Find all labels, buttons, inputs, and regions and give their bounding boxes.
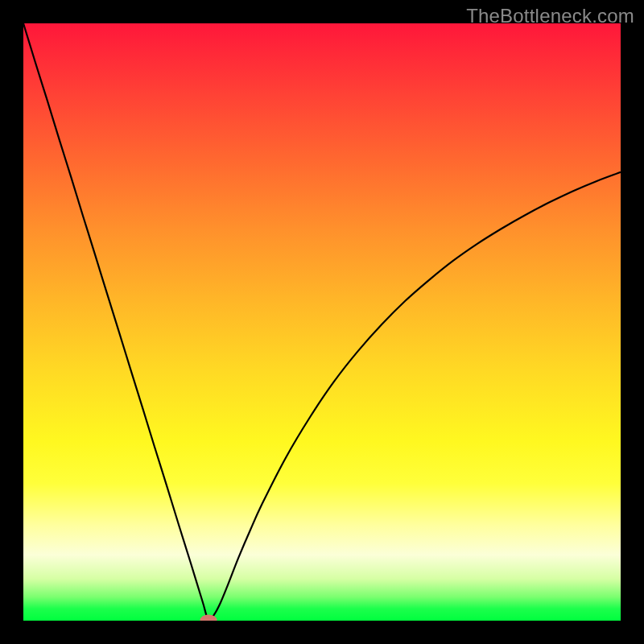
watermark-label: TheBottleneck.com [466, 5, 634, 27]
chart-svg [23, 23, 621, 621]
chart-frame: TheBottleneck.com [0, 0, 644, 644]
plot-area [23, 23, 621, 621]
optimum-marker [200, 615, 217, 621]
bottleneck-curve [23, 23, 621, 621]
